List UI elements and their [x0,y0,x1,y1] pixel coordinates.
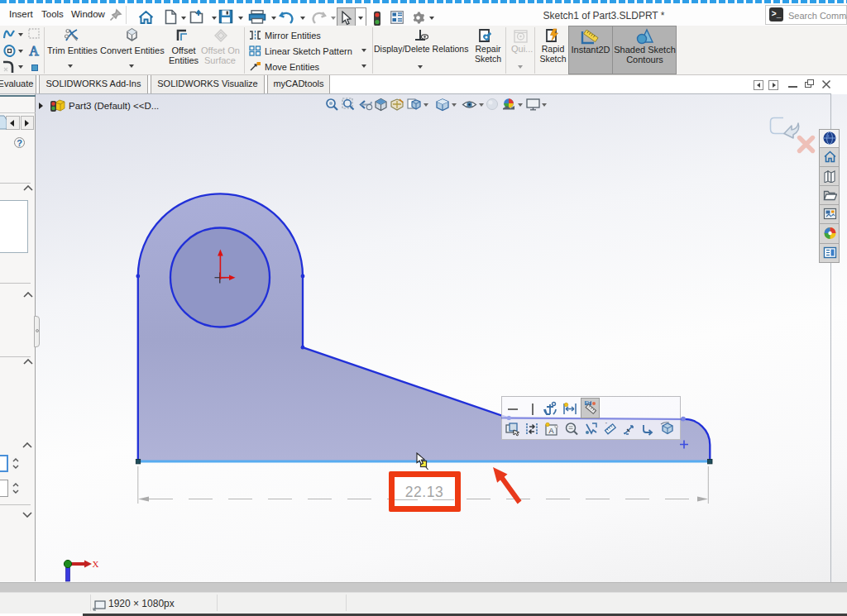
svg-text:X: X [93,559,99,569]
svg-text:": " [605,422,607,427]
svg-text:A: A [548,427,553,435]
svg-text:A: A [29,44,39,57]
